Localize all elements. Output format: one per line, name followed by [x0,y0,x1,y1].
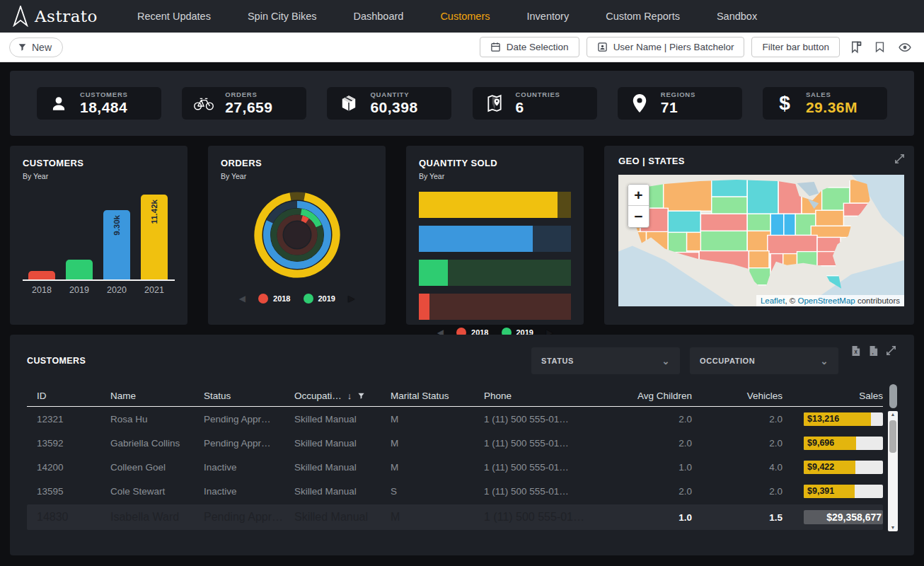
kpi-card-sales: $SALES29.36M [763,87,887,120]
bar-2021[interactable]: 11.42k [141,195,168,279]
col-header-marital-status[interactable]: Marital Status [391,391,484,401]
bookmark-icon[interactable] [872,40,888,54]
quantity-bar-2018[interactable] [419,294,571,320]
new-filter-button[interactable]: New [9,37,63,57]
nav-item-inventory[interactable]: Inventory [509,11,588,22]
legend-prev-arrow[interactable]: ◀ [239,294,246,304]
bar-2020[interactable]: 9.30k [103,210,130,279]
bar-2019[interactable] [66,260,93,279]
zoom-out-button[interactable]: − [628,206,649,227]
scrollbar-thumb[interactable] [889,420,896,453]
osm-link[interactable]: OpenStreetMap [798,296,855,305]
vertical-scrollbar[interactable]: ▲ ▼ [888,411,898,531]
col-header-name[interactable]: Name [110,391,204,401]
new-filter-label: New [32,42,52,53]
kpi-label: ORDERS [225,91,272,98]
table-row[interactable]: 13595Cole StewartInactiveSkilled ManualS… [27,479,883,503]
col-header-phone[interactable]: Phone [484,391,606,401]
kpi-card-quantity: QUANTITY60,398 [327,87,451,120]
customers-chart-panel: CUSTOMERS By Year 9.30k11.42k 2018201920… [10,146,187,325]
map-attribution: Leaflet, © OpenStreetMap contributors [756,295,904,306]
legend-item-2019[interactable]: 2019 [304,294,335,304]
legend-item-2018[interactable]: 2018 [258,294,290,304]
bicycle-icon [193,95,214,112]
leaflet-map[interactable]: + − Leaflet, © OpenStreetMap contributor… [618,175,904,306]
column-filter-icon[interactable] [357,392,365,400]
hidden-row-phone: 1 (11) 500 555-01… [484,511,606,524]
eye-icon[interactable] [895,41,915,54]
zoom-in-button[interactable]: + [628,185,649,206]
table-header-row: IDNameStatusOccupati…↓Marital StatusPhon… [27,386,883,407]
csv-export-icon[interactable]: , [867,345,879,357]
customers-table-panel: CUSTOMERS STATUS ⌄ OCCUPATION ⌄ X , [10,335,914,555]
orders-donut-chart [244,182,350,288]
hidden-row-id: 14830 [27,511,110,524]
dollar-icon: $ [774,93,795,114]
nav-item-custom-reports[interactable]: Custom Reports [587,11,698,22]
table-row[interactable]: 14200Colleen GoelInactiveSkilled ManualM… [27,455,883,479]
legend-next-arrow[interactable]: ▶ [348,294,354,304]
kpi-value: 27,659 [225,99,272,116]
hidden-row-occupation: Skilled Manual [294,511,391,524]
scroll-up-arrow[interactable]: ▲ [891,411,896,418]
date-selection-label: Date Selection [507,42,569,52]
col-header-status[interactable]: Status [204,391,294,401]
sales-bar: $9,391 [804,485,883,498]
total-sales: $29,358,677 [782,512,883,523]
excel-export-icon[interactable]: X [850,345,862,357]
filter-toolbar: New Date Selection User Name | Piers Bat… [0,33,924,62]
customers-table: IDNameStatusOccupati…↓Marital StatusPhon… [27,386,897,530]
col-header-vehicles[interactable]: Vehicles [692,391,782,401]
expand-icon[interactable] [885,345,897,357]
col-header-sales[interactable]: Sales [782,391,883,401]
table-row[interactable]: 12321Rosa HuPending Appr…Skilled ManualM… [27,407,883,431]
leaflet-link[interactable]: Leaflet [761,296,785,305]
occupation-filter-dropdown[interactable]: OCCUPATION ⌄ [690,347,838,374]
expand-icon[interactable] [894,153,906,165]
col-header-id[interactable]: ID [27,391,110,401]
svg-text:$: $ [779,93,790,114]
location-pin-icon [629,93,650,113]
quantity-bar-2020[interactable] [419,226,571,252]
sales-bar: $13,216 [804,412,883,426]
calendar-icon [490,42,501,52]
quantity-chart-title: QUANTITY SOLD [419,158,571,168]
kpi-card-orders: ORDERS27,659 [182,87,306,120]
scroll-down-arrow[interactable]: ▼ [891,524,896,531]
legend-dot [304,294,313,304]
hidden-row-status: Pending Appr… [204,511,294,524]
scrollbar-cap[interactable] [889,384,897,408]
geo-panel-title: GEO | STATES [618,156,904,166]
col-header-occupati-[interactable]: Occupati…↓ [294,391,391,401]
nav-item-recent-updates[interactable]: Recent Updates [119,11,229,22]
us-states-choropleth [618,175,904,306]
filter-bar-button[interactable]: Filter bar button [751,37,840,57]
total-vehicles: 1.5 [692,512,782,523]
date-selection-button[interactable]: Date Selection [480,37,579,57]
table-row[interactable]: 13592Gabriella CollinsPending Appr…Skill… [27,431,883,455]
quantity-bar-2019[interactable] [419,260,571,286]
nav-item-sandbox[interactable]: Sandbox [698,11,775,22]
chevron-down-icon: ⌄ [662,356,671,366]
astrato-logo[interactable]: Astrato [11,6,98,27]
nav-item-spin-city-bikes[interactable]: Spin City Bikes [229,11,335,22]
map-pin-icon [484,94,505,112]
customers-chart-subtitle: By Year [23,172,175,180]
kpi-strip: CUSTOMERS18,484ORDERS27,659QUANTITY60,39… [10,71,914,136]
table-title: CUSTOMERS [27,356,86,366]
quantity-bar-2021[interactable] [419,192,571,218]
bar-2018[interactable] [28,271,55,279]
nav-item-customers[interactable]: Customers [422,11,508,22]
bookmark-add-icon[interactable] [847,40,865,54]
sales-bar: $9,422 [804,461,883,474]
kpi-value: 71 [661,99,695,116]
user-button[interactable]: User Name | Piers Batchelor [587,37,745,57]
sort-desc-icon[interactable]: ↓ [347,391,352,401]
status-filter-dropdown[interactable]: STATUS ⌄ [531,347,680,374]
col-header-avg-children[interactable]: Avg Children [606,391,692,401]
user-badge-icon [597,42,608,52]
kpi-value: 29.36M [806,99,857,116]
orders-chart-legend: ◀20182019▶ [221,294,373,304]
brand-name: Astrato [35,7,98,25]
nav-item-dashboard[interactable]: Dashboard [335,11,422,22]
